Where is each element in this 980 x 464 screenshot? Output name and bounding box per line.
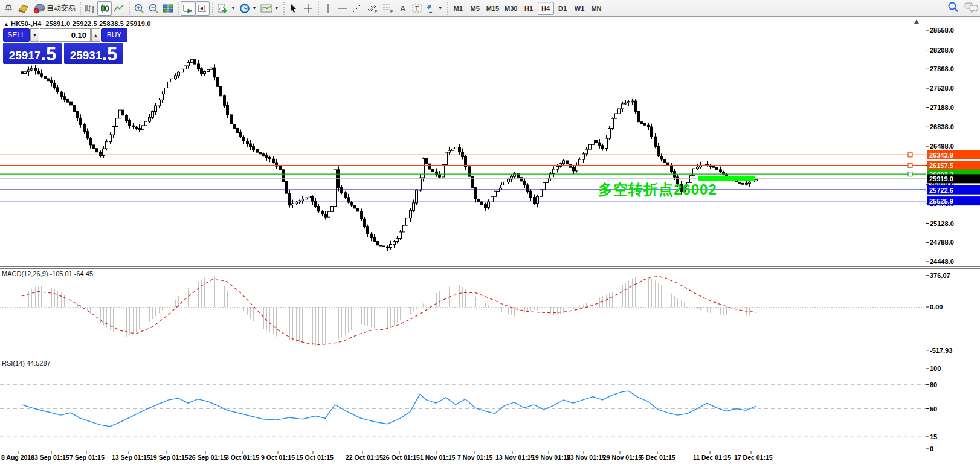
mt4-window: 单 自动交易 — [0, 0, 980, 464]
zoom-in-icon — [134, 3, 144, 14]
periods-button[interactable]: ▼ — [237, 1, 259, 16]
fibonacci-button[interactable]: F — [380, 1, 396, 16]
timeframe-button-D1[interactable]: D1 — [555, 2, 571, 15]
svg-text:25128.0: 25128.0 — [930, 220, 954, 227]
new-order-icon — [18, 4, 30, 13]
svg-text:0: 0 — [930, 445, 933, 453]
search-icon[interactable] — [947, 1, 959, 13]
text-icon: A — [399, 4, 407, 13]
crosshair-icon — [303, 4, 313, 13]
trendline-button[interactable] — [350, 1, 364, 16]
price-tag-25919.0: 25919.0 — [927, 174, 980, 183]
buy-price-main: 25931 — [70, 48, 102, 63]
new-order-label: 单 — [5, 3, 12, 13]
sell-button[interactable]: SELL — [3, 28, 30, 42]
timeframe-button-M5[interactable]: M5 — [467, 2, 483, 15]
one-click-collapse-icon[interactable]: ▲ — [4, 21, 9, 27]
time-axis[interactable]: 8 Aug 20183 Sep 01:157 Sep 01:1513 Sep 0… — [1, 451, 773, 461]
sell-price-box[interactable]: 25917.5 — [3, 43, 62, 64]
timeframe-button-H4[interactable]: H4 — [538, 2, 554, 15]
zoom-in-button[interactable] — [132, 1, 146, 16]
chart-shift-button[interactable] — [195, 1, 210, 16]
add-indicator-icon — [217, 3, 229, 14]
svg-text:0.00: 0.00 — [930, 303, 943, 311]
timeframe-button-M1[interactable]: M1 — [450, 2, 466, 15]
svg-text:27868.0: 27868.0 — [930, 65, 954, 72]
price-tag-26343.9: 26343.9 — [927, 150, 980, 160]
svg-text:24448.0: 24448.0 — [930, 258, 954, 265]
autotrading-button[interactable]: 自动交易 — [31, 1, 77, 16]
price-tag-26157.5: 26157.5 — [927, 161, 980, 170]
time-label: 15 Oct 01:15 — [296, 454, 334, 461]
trendline-icon — [352, 4, 362, 13]
svg-text:24788.0: 24788.0 — [930, 239, 954, 246]
chat-icon[interactable] — [964, 1, 979, 13]
bar-chart-icon — [85, 4, 95, 13]
text-label-button[interactable]: T — [410, 1, 425, 16]
chart-canvas[interactable]: 多空转折点26002MACD(12,26,9) -105.01 -64.45RS… — [0, 0, 980, 464]
time-label: 5 Dec 01:15 — [640, 454, 675, 461]
toolbar-separator — [127, 2, 131, 15]
toolbar-separator — [176, 2, 179, 15]
add-indicator-button[interactable]: ▼ — [215, 1, 237, 16]
timeframe-button-M15[interactable]: M15 — [484, 2, 501, 15]
channel-button[interactable]: E — [364, 1, 380, 16]
chart-symbol-label: HK50-,H4 — [11, 20, 42, 27]
buy-button[interactable]: BUY — [101, 28, 127, 42]
auto-scroll-icon — [182, 4, 193, 13]
arrows-button[interactable]: ▼ — [425, 1, 445, 16]
horizontal-line-button[interactable] — [335, 1, 350, 16]
svg-text:27528.0: 27528.0 — [930, 85, 954, 92]
main-toolbar: 单 自动交易 — [0, 0, 980, 17]
timeframe-button-M30[interactable]: M30 — [502, 2, 520, 15]
time-label: 26 Sep 01:15 — [189, 454, 227, 461]
buy-price-box[interactable]: 25931.5 — [64, 43, 123, 64]
sell-price-main: 25917 — [9, 48, 41, 63]
buy-price-frac: .5 — [102, 45, 117, 63]
chart-shift-icon — [197, 4, 208, 13]
zoom-out-icon — [148, 3, 159, 14]
timeframe-button-W1[interactable]: W1 — [572, 2, 588, 15]
tile-windows-button[interactable] — [161, 1, 175, 16]
candlestick-mode-button[interactable] — [97, 1, 112, 16]
volume-increase-button[interactable]: ▲ — [91, 28, 100, 42]
line-chart-mode-button[interactable] — [112, 1, 126, 16]
chart-annotation-text[interactable]: 多空转折点26002 — [598, 181, 717, 198]
crosshair-button[interactable] — [301, 1, 315, 16]
cursor-button[interactable] — [286, 1, 301, 16]
time-label: 1 Nov 01:15 — [420, 454, 456, 461]
auto-scroll-button[interactable] — [181, 1, 195, 16]
autotrading-icon — [33, 3, 45, 14]
svg-text:50: 50 — [930, 405, 937, 413]
fibo-sub-label: F — [390, 10, 393, 14]
text-button[interactable]: A — [396, 1, 410, 16]
svg-text:T: T — [415, 5, 419, 12]
time-label: 29 Nov 01:15 — [603, 454, 642, 461]
chart-ohlc-values: 25891.0 25922.5 25838.5 25919.0 — [45, 20, 150, 27]
new-order-icon-button[interactable] — [16, 1, 31, 16]
bar-chart-mode-button[interactable] — [83, 1, 97, 16]
svg-text:27188.0: 27188.0 — [930, 104, 954, 111]
toolbar-separator — [211, 2, 214, 15]
svg-text:25722.6: 25722.6 — [929, 187, 953, 194]
highlight-segment[interactable] — [698, 176, 755, 181]
volume-decrease-button[interactable]: ▼ — [30, 28, 39, 42]
svg-text:25525.9: 25525.9 — [929, 198, 953, 205]
svg-text:26498.0: 26498.0 — [930, 143, 954, 150]
toolbar-separator — [282, 2, 285, 15]
time-label: 3 Oct 01:15 — [225, 454, 259, 461]
candlestick-icon — [99, 4, 110, 13]
templates-button[interactable]: ▼ — [259, 1, 281, 16]
vertical-line-button[interactable] — [321, 1, 335, 16]
svg-text:26343.9: 26343.9 — [929, 152, 953, 159]
time-label: 9 Oct 01:15 — [261, 454, 295, 461]
zoom-out-button[interactable] — [146, 1, 161, 16]
time-label: 13 Sep 01:15 — [112, 454, 150, 461]
timeframe-button-H1[interactable]: H1 — [521, 2, 537, 15]
new-order-button[interactable]: 单 — [1, 1, 16, 16]
volume-input[interactable] — [40, 28, 91, 42]
horizontal-line-icon — [337, 4, 348, 13]
timeframe-button-MN[interactable]: MN — [588, 2, 605, 15]
dropdown-arrow-icon: ▼ — [252, 5, 257, 11]
time-label: 13 Nov 01:15 — [495, 454, 534, 461]
